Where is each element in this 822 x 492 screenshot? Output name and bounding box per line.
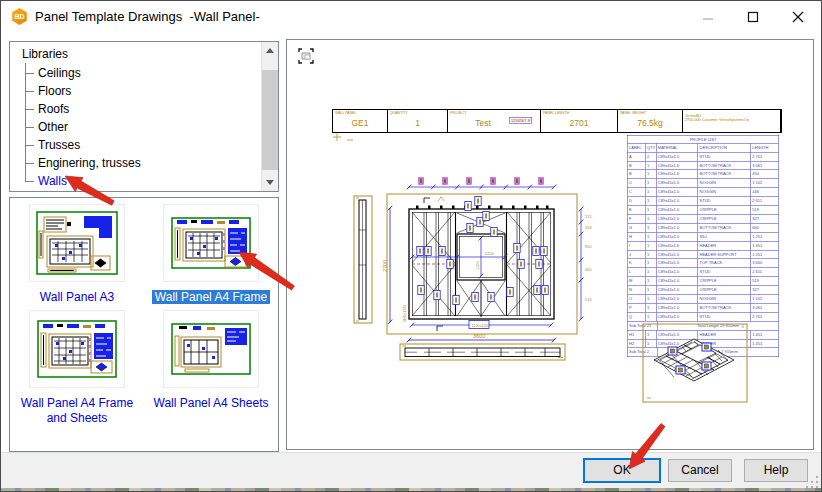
minimize-icon	[702, 11, 714, 23]
parts-table: PROFILE LISTLABELQTYMATERIALDESCRIPTIONL…	[627, 135, 779, 357]
parts-table-row: Q1C89x41x1.0STUD2 701	[628, 313, 779, 322]
help-button[interactable]: Help	[744, 459, 808, 482]
parts-table-row: K1C89x41x1.0TOP TRACK3 600	[628, 259, 779, 268]
parts-table-row: P1C89x41x1.0BOTTOM TRACK3 061	[628, 304, 779, 313]
parts-table-row: L1C89x41x1.0STUD2 611	[628, 268, 779, 277]
screen-edge-sliver	[1, 488, 821, 491]
panel-weight-value: 76.5kg	[618, 118, 682, 128]
parts-table-row: C1C89x41x1.0NOGGIN1 102	[628, 179, 779, 188]
close-icon	[792, 11, 804, 23]
titlebar: BD Panel Template Drawings -Wall Panel-	[1, 1, 821, 32]
parts-table-row: G1C89x41x1.0BOTTOM TRACK600	[628, 224, 779, 233]
template-grid: Wall Panel A3 Wall Panel A4 Frame	[10, 198, 278, 426]
parts-table-summary: Sub Total 21Total Length 29 810mm	[628, 321, 779, 330]
tree-item-ceilings[interactable]: Ceilings	[10, 64, 261, 82]
title-block-label: PANEL LENGTH	[543, 111, 569, 115]
tree-item-enginering-trusses[interactable]: Enginering, trusses	[10, 154, 261, 172]
tree-root-libraries[interactable]: Libraries	[10, 42, 261, 64]
parts-table-row: H11C89x41x1.0HEADER1 451	[628, 330, 779, 339]
svg-text:1100x1200: 1100x1200	[472, 324, 491, 328]
template-thumbnail[interactable]	[29, 310, 125, 388]
parts-table-row: D1C89x41x1.0STUD2 611	[628, 197, 779, 206]
svg-text:2700: 2700	[382, 260, 388, 272]
triangle-up-icon	[266, 48, 274, 53]
title-block-label: WALL PANEL	[335, 111, 356, 115]
drawing-preview-panel: WALL PANEL GE1 QUANTITY 1 PROJECT Test P…	[286, 39, 814, 450]
parts-table-row: M1C89x41x1.0CRIPPLE519	[628, 277, 779, 286]
zoom-extents-icon[interactable]	[297, 47, 315, 65]
title-block-label: QUANTITY	[390, 111, 408, 115]
maximize-button[interactable]	[730, 2, 775, 31]
close-button[interactable]	[775, 2, 820, 31]
template-label: Wall Panel A4 Sheets	[150, 396, 272, 412]
svg-text:1100x1200: 1100x1200	[403, 305, 407, 322]
tree-item-floors[interactable]: Floors	[10, 82, 261, 100]
svg-text:1200: 1200	[485, 251, 495, 256]
minimize-button[interactable]	[685, 2, 730, 31]
app-icon: BD	[11, 8, 28, 25]
parts-table-row: O1C89x41x1.0NOGGIN1 102	[628, 295, 779, 304]
svg-text:516: 516	[585, 297, 592, 302]
library-tree-panel: Libraries CeilingsFloorsRoofsOtherTrusse…	[9, 41, 279, 192]
parts-table-row: C1C89x41x1.0NOGGIN446	[628, 188, 779, 197]
template-list-panel: Wall Panel A3 Wall Panel A4 Frame	[9, 197, 279, 452]
svg-text:3600: 3600	[473, 333, 485, 339]
parts-table-row: LABELQTYMATERIALDESCRIPTIONLENGTH	[628, 144, 779, 153]
tree-item-roofs[interactable]: Roofs	[10, 100, 261, 118]
drawing-stamp: 1234567-8	[509, 117, 532, 124]
cancel-button[interactable]: Cancel	[668, 459, 732, 482]
window-title: Panel Template Drawings -Wall Panel-	[35, 1, 260, 32]
template-item-wall-panel-a4-frame[interactable]: Wall Panel A4 Frame	[144, 204, 278, 306]
library-tree-list: Libraries CeilingsFloorsRoofsOtherTrusse…	[10, 42, 261, 191]
panel-name-value: GE1	[333, 118, 387, 128]
ok-button[interactable]: OK	[583, 458, 661, 483]
svg-text:263: 263	[585, 225, 592, 230]
parts-table-row: N1C89x41x1.0CRIPPLE327	[628, 286, 779, 295]
svg-text:800: 800	[585, 244, 592, 249]
drawing-info-text: VertexBD 2700.000 Customer VertexSystems…	[685, 113, 782, 122]
resize-grip[interactable]	[806, 476, 818, 488]
template-thumbnail[interactable]	[163, 310, 259, 388]
parts-table-row: E1C89x41x1.0CRIPPLE519	[628, 206, 779, 215]
tree-scrollbar[interactable]	[261, 42, 278, 191]
template-item-wall-panel-a4-sheets[interactable]: Wall Panel A4 Sheets	[144, 310, 278, 426]
tree-item-trusses[interactable]: Trusses	[10, 136, 261, 154]
maximize-icon	[747, 11, 759, 23]
svg-text:1100: 1100	[475, 261, 480, 270]
scroll-up-button[interactable]	[262, 42, 278, 59]
parts-table-row: I1C89x41x1.0HEADER1 451	[628, 241, 779, 250]
drawing-title-block: WALL PANEL GE1 QUANTITY 1 PROJECT Test P…	[332, 109, 782, 133]
template-label: Wall Panel A4 Frame	[150, 290, 272, 306]
title-block-label: PANEL WEIGHT	[620, 111, 646, 115]
template-label: Wall Panel A4 Frame and Sheets	[16, 396, 138, 426]
svg-text:400: 400	[585, 267, 592, 272]
template-thumbnail[interactable]	[29, 204, 125, 282]
parts-table-row: F1C89x41x1.0CRIPPLE327	[628, 215, 779, 224]
scrollbar-thumb[interactable]	[262, 70, 278, 170]
template-item-wall-panel-a4-frame-and-sheets[interactable]: Wall Panel A4 Frame and Sheets	[10, 310, 144, 426]
parts-table-row: B1C89x41x1.0BOTTOM TRACK450	[628, 170, 779, 179]
panel-length-value: 2701	[541, 118, 617, 128]
template-thumbnail[interactable]	[163, 204, 259, 282]
parts-table-row: B1C89x41x1.0BOTTOM TRACK3 061	[628, 161, 779, 170]
svg-text:151: 151	[585, 214, 592, 219]
parts-table-row: J1C89x41x1.0HEADER SUPPORT1 251	[628, 250, 779, 259]
parts-table-row: A2C89x41x1.0STUD2 701	[628, 152, 779, 161]
template-item-wall-panel-a3[interactable]: Wall Panel A3	[10, 204, 144, 306]
tree-item-other[interactable]: Other	[10, 118, 261, 136]
template-label: Wall Panel A3	[16, 290, 138, 306]
tree-item-walls[interactable]: Walls	[10, 172, 261, 190]
triangle-down-icon	[266, 180, 274, 185]
title-block-label: PROJECT	[450, 111, 466, 115]
parts-table-row: H21C89x41x1.0HEADER1 451	[628, 339, 779, 348]
panel-template-drawings-dialog: BD Panel Template Drawings -Wall Panel- …	[0, 0, 822, 492]
parts-table-row: H1C89x41x1.0SILL1 251	[628, 232, 779, 241]
parts-table-summary: Sub Total 2Total Length 2 910mm	[628, 348, 779, 356]
scroll-down-button[interactable]	[262, 174, 278, 191]
